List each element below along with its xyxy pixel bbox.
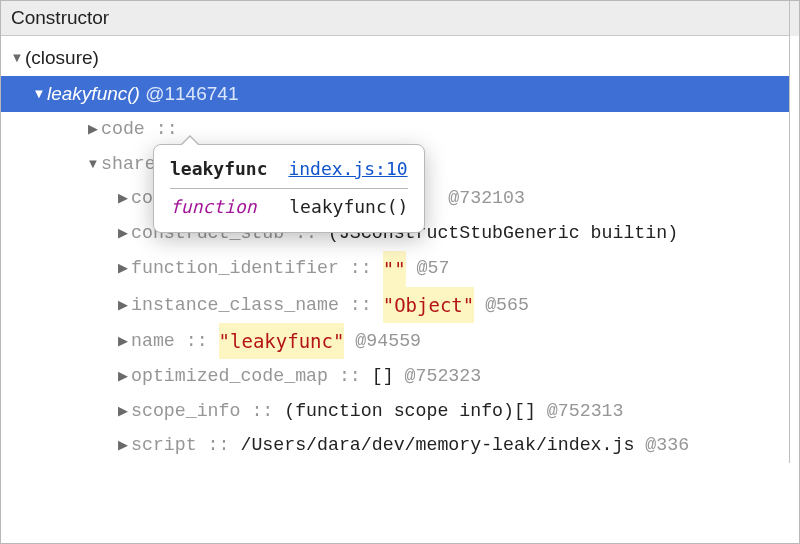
tree-row-instance-class-name[interactable]: instance_class_name :: "Object" @565 <box>1 287 799 323</box>
function-tooltip: leakyfunc index.js:10 function leakyfunc… <box>153 144 425 233</box>
disclosure-triangle-icon[interactable] <box>31 82 47 107</box>
heap-tree: (closure) leakyfunc() @1146741 code :: s… <box>1 36 799 463</box>
disclosure-triangle-icon[interactable] <box>115 433 131 458</box>
tree-value: /Users/dara/dev/memory-leak/index.js <box>240 428 634 463</box>
tree-row-scope-info[interactable]: scope_info :: (function scope info)[] @7… <box>1 394 799 429</box>
tree-key: script <box>131 428 197 463</box>
object-id: @732103 <box>448 181 525 216</box>
tooltip-keyword: function <box>170 196 257 217</box>
tree-row-name[interactable]: name :: "leakyfunc" @94559 <box>1 323 799 359</box>
tree-row-function-identifier[interactable]: function_identifier :: "" @57 <box>1 251 799 287</box>
disclosure-triangle-icon[interactable] <box>115 221 131 246</box>
disclosure-triangle-icon[interactable] <box>85 152 101 177</box>
tree-key: scope_info <box>131 394 240 429</box>
tree-value: "" <box>383 251 406 287</box>
tooltip-function-name: leakyfunc <box>170 158 268 179</box>
object-id: @57 <box>417 251 450 286</box>
disclosure-triangle-icon[interactable] <box>115 256 131 281</box>
column-header-constructor[interactable]: Constructor <box>1 1 799 36</box>
column-divider[interactable] <box>789 1 799 36</box>
object-id: @752313 <box>547 394 624 429</box>
object-id: @565 <box>485 288 529 323</box>
tree-sep: :: <box>156 112 178 147</box>
tree-key: code <box>101 112 145 147</box>
column-divider[interactable] <box>789 36 799 463</box>
disclosure-triangle-icon[interactable] <box>115 364 131 389</box>
tree-label: leakyfunc() <box>47 76 140 112</box>
object-id: @1146741 <box>145 76 238 112</box>
tree-row-optimized-code-map[interactable]: optimized_code_map :: [] @752323 <box>1 359 799 394</box>
tree-value: "Object" <box>383 287 475 323</box>
tree-row-closure[interactable]: (closure) <box>1 40 799 76</box>
tree-key: optimized_code_map <box>131 359 328 394</box>
disclosure-triangle-icon[interactable] <box>115 293 131 318</box>
tree-row-code[interactable]: code :: <box>1 112 799 147</box>
column-header-row: Constructor <box>1 1 799 36</box>
tree-key: instance_class_name <box>131 288 339 323</box>
disclosure-triangle-icon[interactable] <box>9 46 25 71</box>
tree-label: (closure) <box>25 40 99 76</box>
disclosure-triangle-icon[interactable] <box>115 329 131 354</box>
tree-row-script[interactable]: script :: /Users/dara/dev/memory-leak/in… <box>1 428 799 463</box>
object-id: @752323 <box>405 359 482 394</box>
tree-value: (function scope info)[] <box>284 394 536 429</box>
disclosure-triangle-icon[interactable] <box>85 117 101 142</box>
object-id: @336 <box>645 428 689 463</box>
tree-key: name <box>131 324 175 359</box>
tooltip-signature: leakyfunc() <box>289 196 408 217</box>
object-id: @94559 <box>355 324 421 359</box>
disclosure-triangle-icon[interactable] <box>115 186 131 211</box>
tooltip-source-link[interactable]: index.js:10 <box>288 158 407 179</box>
tree-row-leakyfunc[interactable]: leakyfunc() @1146741 <box>1 76 799 112</box>
disclosure-triangle-icon[interactable] <box>115 399 131 424</box>
tree-key: function_identifier <box>131 251 339 286</box>
tree-value: [] <box>372 359 394 394</box>
tree-value: "leakyfunc" <box>219 323 345 359</box>
